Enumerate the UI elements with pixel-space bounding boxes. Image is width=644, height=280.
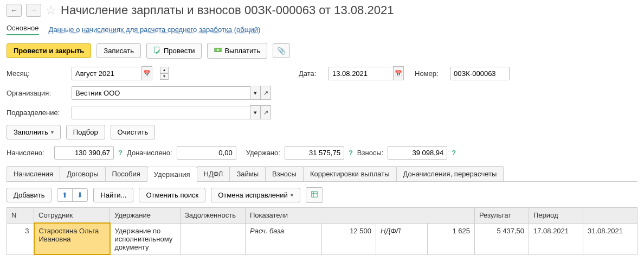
table-row[interactable]: 3Старостина Ольга ИвановнаУдержание по и… xyxy=(7,223,637,254)
month-label: Месяц: xyxy=(7,69,66,78)
post-button[interactable]: Провести xyxy=(146,43,202,59)
number-input[interactable] xyxy=(450,67,510,80)
sub-tab-Взносы[interactable]: Взносы xyxy=(265,166,304,181)
withheld-value[interactable] xyxy=(285,146,344,160)
dept-open-icon[interactable]: ↗ xyxy=(260,105,271,119)
org-input[interactable] xyxy=(72,86,250,100)
date-input[interactable] xyxy=(329,67,394,80)
sub-tab-Займы[interactable]: Займы xyxy=(229,166,266,181)
dept-label: Подразделение: xyxy=(7,109,66,117)
sub-tab-Начисления[interactable]: Начисления xyxy=(7,166,60,181)
cell-debt[interactable] xyxy=(181,223,246,254)
fill-button[interactable]: Заполнить xyxy=(7,125,61,139)
cell-n[interactable]: 3 xyxy=(7,223,34,254)
paperclip-icon: 📎 xyxy=(277,47,286,55)
tab-main[interactable]: Основное xyxy=(7,24,39,35)
dept-dropdown-icon[interactable]: ▾ xyxy=(250,105,261,119)
sub-tab-Корректировки выплаты[interactable]: Корректировки выплаты xyxy=(303,166,397,181)
month-input[interactable] xyxy=(72,67,142,80)
cell-period-to[interactable]: 31.08.2021 xyxy=(583,223,637,254)
sub-tab-Доначисления, перерасчеты[interactable]: Доначисления, перерасчеты xyxy=(396,166,504,181)
additional-label: Доначислено: xyxy=(127,149,172,157)
cell-ind1-label[interactable]: Расч. база xyxy=(246,223,322,254)
cell-employee[interactable]: Старостина Ольга Ивановна xyxy=(34,223,110,254)
nav-forward-button[interactable]: → xyxy=(26,4,41,17)
cell-ind2-label[interactable]: НДФЛ xyxy=(376,223,427,254)
month-calendar-icon[interactable]: 📅 xyxy=(141,66,152,80)
col-header[interactable]: Период xyxy=(529,208,583,224)
contrib-help-icon[interactable]: ? xyxy=(452,149,456,157)
cell-ind1-val[interactable]: 12 500 xyxy=(322,223,376,254)
cell-period-from[interactable]: 17.08.2021 xyxy=(529,223,583,254)
select-button[interactable]: Подбор xyxy=(66,125,105,139)
add-row-button[interactable]: Добавить xyxy=(7,188,51,202)
contrib-label: Взносы: xyxy=(357,149,384,157)
tab-average-earnings-link[interactable]: Данные о начислениях для расчета среднег… xyxy=(49,26,261,34)
cell-ind2-val[interactable]: 1 625 xyxy=(427,223,474,254)
save-button[interactable]: Записать xyxy=(96,43,141,58)
pay-icon xyxy=(214,46,222,55)
cancel-corrections-button[interactable]: Отмена исправлений xyxy=(211,188,300,202)
sub-tab-Пособия[interactable]: Пособия xyxy=(105,166,147,181)
col-header[interactable]: Задолженность xyxy=(181,208,246,224)
deductions-table: NСотрудникУдержаниеЗадолженностьПоказате… xyxy=(7,207,637,255)
cancel-search-button[interactable]: Отменить поиск xyxy=(139,188,205,202)
table-settings-button[interactable] xyxy=(306,187,323,203)
sub-tab-Договоры[interactable]: Договоры xyxy=(60,166,105,181)
accrued-value[interactable] xyxy=(54,146,114,160)
dept-input[interactable] xyxy=(72,106,250,119)
contrib-value[interactable] xyxy=(388,146,447,160)
col-header[interactable]: Результат xyxy=(475,208,529,224)
cell-result[interactable]: 5 437,50 xyxy=(475,223,529,254)
withheld-help-icon[interactable]: ? xyxy=(349,149,353,157)
org-dropdown-icon[interactable]: ▾ xyxy=(250,86,261,100)
org-open-icon[interactable]: ↗ xyxy=(260,86,271,100)
col-header[interactable]: N xyxy=(7,208,34,224)
clear-button[interactable]: Очистить xyxy=(111,125,156,139)
move-up-button[interactable]: ⬆ xyxy=(57,189,73,201)
date-calendar-icon[interactable]: 📅 xyxy=(393,66,404,80)
table-settings-icon xyxy=(311,190,318,200)
col-header[interactable]: Показатели xyxy=(246,208,475,224)
col-header[interactable]: Сотрудник xyxy=(34,208,110,224)
sub-tab-Удержания[interactable]: Удержания xyxy=(147,167,197,182)
col-header[interactable] xyxy=(583,208,637,224)
col-header[interactable]: Удержание xyxy=(110,208,181,224)
accrued-label: Начислено: xyxy=(7,149,50,157)
pay-button[interactable]: Выплатить xyxy=(207,43,267,59)
cell-deduction[interactable]: Удержание по исполнительному документу xyxy=(110,223,181,254)
additional-value[interactable] xyxy=(177,146,236,160)
svg-rect-3 xyxy=(312,192,318,198)
post-and-close-button[interactable]: Провести и закрыть xyxy=(7,43,91,58)
post-label: Провести xyxy=(164,47,195,55)
nav-back-button[interactable]: ← xyxy=(7,4,22,17)
attach-button[interactable]: 📎 xyxy=(273,43,290,58)
number-label: Номер: xyxy=(415,69,445,78)
favorite-star-icon[interactable]: ☆ xyxy=(46,3,56,17)
withheld-label: Удержано: xyxy=(246,149,280,157)
post-icon xyxy=(153,46,161,55)
pay-label: Выплатить xyxy=(224,47,260,55)
sub-tab-НДФЛ[interactable]: НДФЛ xyxy=(197,166,230,181)
accrued-help-icon[interactable]: ? xyxy=(118,149,123,157)
page-title: Начисление зарплаты и взносов 00ЗК-00006… xyxy=(61,3,394,17)
org-label: Организация: xyxy=(7,89,66,97)
move-down-button[interactable]: ⬇ xyxy=(73,189,87,201)
find-button[interactable]: Найти... xyxy=(93,188,133,202)
svg-point-2 xyxy=(217,49,220,51)
date-label: Дата: xyxy=(299,69,323,78)
month-spinner[interactable]: ▴▾ xyxy=(160,67,169,80)
